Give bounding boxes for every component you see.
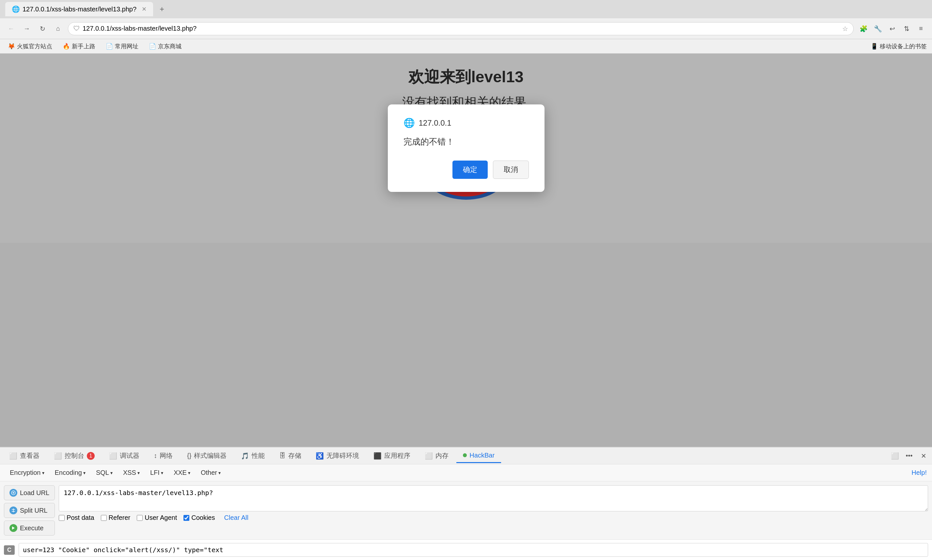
xxe-chevron-icon: ▾	[188, 470, 190, 475]
dialog-confirm-button[interactable]: 确定	[453, 160, 488, 179]
bookmark-newbie[interactable]: 🔥 新手上路	[60, 41, 98, 52]
sync-button[interactable]: ⇅	[901, 23, 912, 35]
hackbar-menu-other[interactable]: Other ▾	[196, 467, 225, 478]
referer-checkbox-label[interactable]: Referer	[101, 514, 131, 522]
history-button[interactable]: ↩	[886, 23, 898, 35]
svg-marker-10	[12, 526, 15, 530]
console-icon: ⬜	[54, 452, 62, 460]
dialog: 🌐 127.0.0.1 完成的不错！ 确定 取消	[388, 105, 544, 192]
hackbar-menu-encryption[interactable]: Encryption ▾	[5, 467, 49, 478]
extensions-button[interactable]: 🧩	[858, 23, 869, 35]
sql-label: SQL	[96, 469, 109, 477]
sql-chevron-icon: ▾	[110, 470, 112, 475]
forward-button[interactable]: →	[21, 23, 32, 35]
execute-icon	[9, 524, 17, 532]
bookmark-firefox-label: 火狐官方站点	[17, 42, 52, 50]
devtools-tab-network[interactable]: ↕ 网络	[147, 449, 179, 463]
bookmark-common[interactable]: 📄 常用网址	[103, 41, 141, 52]
devtools-copy-button[interactable]: ⬜	[889, 450, 901, 462]
devtools-tab-accessibility[interactable]: ♿ 无障碍环境	[309, 449, 366, 463]
hackbar-menu-xss[interactable]: XSS ▾	[119, 467, 144, 478]
load-url-button[interactable]: Load URL	[4, 485, 55, 500]
cookies-checkbox[interactable]	[183, 515, 189, 521]
devtools-tab-actions: ⬜ ••• ✕	[889, 450, 929, 462]
browser-chrome: 🌐 127.0.0.1/xss-labs-master/level13.php?…	[0, 0, 932, 54]
page-area: 欢迎来到level13 没有找到和相关的结果. Level 13	[0, 54, 932, 243]
nav-icons: 🧩 🔧 ↩ ⇅ ≡	[858, 23, 927, 35]
mobile-bookmark-label: 移动设备上的书签	[880, 42, 927, 50]
clear-all-button[interactable]: Clear All	[224, 514, 248, 522]
hackbar-menu-lfi[interactable]: LFI ▾	[146, 467, 168, 478]
post-data-checkbox[interactable]	[59, 515, 65, 521]
active-tab[interactable]: 🌐 127.0.0.1/xss-labs-master/level13.php?…	[5, 2, 153, 16]
devtools-tab-inspector[interactable]: ⬜ 查看器	[3, 449, 46, 463]
performance-icon: 🎵	[241, 452, 249, 460]
bookmark-jd-icon: 📄	[149, 43, 156, 50]
devtools-button[interactable]: 🔧	[872, 23, 884, 35]
back-button[interactable]: ←	[5, 23, 17, 35]
devtools-tab-hackbar[interactable]: HackBar	[456, 449, 501, 463]
new-tab-button[interactable]: +	[156, 3, 168, 15]
execute-button[interactable]: Execute	[4, 520, 55, 535]
bookmark-common-label: 常用网址	[115, 42, 139, 50]
accessibility-label: 无障碍环境	[327, 451, 359, 460]
devtools-tab-console[interactable]: ⬜ 控制台 1	[47, 449, 101, 463]
dialog-cancel-button[interactable]: 取消	[493, 160, 529, 179]
nav-bar: ← → ↻ ⌂ 🛡 ☆ 🧩 🔧 ↩ ⇅ ≡	[0, 18, 932, 39]
tab-favicon: 🌐	[12, 5, 20, 13]
bookmark-newbie-label: 新手上路	[72, 42, 96, 50]
style-icon: {}	[187, 452, 191, 460]
dialog-overlay: 🌐 127.0.0.1 完成的不错！ 确定 取消	[0, 54, 932, 243]
bookmark-jd[interactable]: 📄 京东商城	[146, 41, 184, 52]
devtools-tab-performance[interactable]: 🎵 性能	[234, 449, 271, 463]
devtools-more-button[interactable]: •••	[903, 450, 915, 462]
user-agent-checkbox-label[interactable]: User Agent	[137, 514, 177, 522]
post-input[interactable]	[18, 543, 928, 557]
tab-close-icon[interactable]: ✕	[142, 6, 146, 13]
dialog-host: 127.0.0.1	[419, 118, 451, 128]
address-bar[interactable]: 🛡 ☆	[68, 22, 853, 35]
hackbar-menu-xxe[interactable]: XXE ▾	[169, 467, 195, 478]
style-label: 样式编辑器	[194, 451, 226, 460]
bookmark-star-icon[interactable]: ☆	[842, 25, 848, 32]
mobile-bookmark-icon: 📱	[870, 43, 878, 50]
devtools-tab-memory[interactable]: ⬜ 内存	[418, 449, 455, 463]
load-url-label: Load URL	[20, 489, 49, 497]
bookmark-firefox[interactable]: 🦊 火狐官方站点	[5, 41, 55, 52]
hackbar-url-input[interactable]	[59, 485, 928, 511]
split-url-button[interactable]: Split URL	[4, 503, 55, 518]
referer-checkbox[interactable]	[101, 515, 107, 521]
debugger-icon: ⬜	[109, 452, 117, 460]
xxe-label: XXE	[174, 469, 187, 477]
split-url-label: Split URL	[20, 507, 47, 514]
application-label: 应用程序	[384, 451, 410, 460]
devtools-tab-application[interactable]: ⬛ 应用程序	[367, 449, 417, 463]
application-icon: ⬛	[373, 452, 382, 460]
hackbar-menu-encoding[interactable]: Encoding ▾	[50, 467, 90, 478]
menu-button[interactable]: ≡	[915, 23, 927, 35]
post-type-label: C	[4, 545, 15, 555]
reload-button[interactable]: ↻	[37, 23, 48, 35]
performance-label: 性能	[252, 451, 265, 460]
dialog-header: 🌐 127.0.0.1	[404, 117, 529, 128]
address-input[interactable]	[83, 25, 840, 32]
encoding-chevron-icon: ▾	[83, 470, 86, 475]
hackbar-help-button[interactable]: Help!	[912, 469, 927, 477]
devtools-tab-bar: ⬜ 查看器 ⬜ 控制台 1 ⬜ 调试器 ↕ 网络 {} 样式编辑器 🎵 性能 🗄…	[0, 448, 932, 465]
other-chevron-icon: ▾	[219, 470, 221, 475]
post-data-checkbox-label[interactable]: Post data	[59, 514, 94, 522]
hackbar-menu-sql[interactable]: SQL ▾	[91, 467, 117, 478]
home-button[interactable]: ⌂	[52, 23, 64, 35]
devtools-tab-storage[interactable]: 🗄 存储	[273, 449, 308, 463]
hackbar-post-row: C	[0, 540, 932, 560]
devtools-tab-style[interactable]: {} 样式编辑器	[180, 449, 233, 463]
user-agent-checkbox[interactable]	[137, 515, 143, 521]
split-url-icon	[9, 506, 17, 514]
bookmark-newbie-icon: 🔥	[63, 43, 70, 50]
devtools-tab-debugger[interactable]: ⬜ 调试器	[103, 449, 146, 463]
devtools-close-button[interactable]: ✕	[918, 450, 929, 462]
cookies-checkbox-label[interactable]: Cookies	[183, 514, 215, 522]
network-icon: ↕	[154, 452, 157, 460]
storage-label: 存储	[288, 451, 301, 460]
bookmarks-mobile[interactable]: 📱 移动设备上的书签	[870, 42, 927, 50]
